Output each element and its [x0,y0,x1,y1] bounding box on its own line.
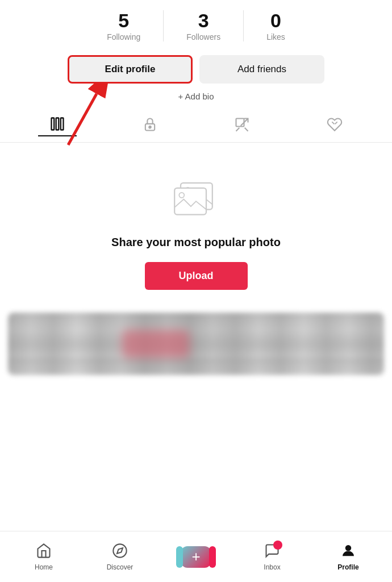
inbox-label: Inbox [264,563,280,571]
blurred-ad-banner [8,313,384,375]
svg-rect-10 [174,188,206,215]
svg-rect-3 [56,118,59,130]
edit-profile-button[interactable]: Edit profile [68,55,193,84]
followers-stat[interactable]: 3 Followers [164,10,244,41]
action-buttons-row: Edit profile Add friends [0,47,392,84]
nav-create[interactable]: + [158,546,234,568]
nav-inbox[interactable]: Inbox [234,543,310,571]
home-icon [36,543,52,561]
likes-count: 0 [270,10,281,31]
svg-point-14 [345,545,351,550]
bottom-navigation: Home Discover + Inbox [0,531,392,582]
inbox-wrapper [264,543,280,561]
discover-icon [112,543,128,561]
tab-grid[interactable] [38,113,77,136]
add-bio-link[interactable]: + Add bio [0,92,392,101]
inbox-notification-badge [273,541,282,550]
nav-profile[interactable]: Profile [310,543,386,571]
nav-discover[interactable]: Discover [82,543,158,571]
tab-lock[interactable] [131,113,169,136]
followers-count: 3 [198,10,209,31]
stats-row: 5 Following 3 Followers 0 Likes [0,0,392,47]
following-label: Following [107,32,140,41]
following-stat[interactable]: 5 Following [84,10,164,41]
svg-marker-13 [117,548,123,554]
likes-stat[interactable]: 0 Likes [244,10,308,41]
profile-icon [340,543,356,561]
tab-liked[interactable] [315,113,354,136]
followers-label: Followers [186,32,220,41]
tab-tag[interactable] [223,113,261,136]
svg-rect-7 [236,119,244,127]
svg-rect-4 [61,118,64,130]
add-friends-button[interactable]: Add friends [199,55,324,84]
empty-state: Share your most popular photo Upload [0,177,392,290]
svg-point-12 [113,544,126,557]
create-button[interactable]: + [181,546,211,568]
upload-button[interactable]: Upload [145,262,248,290]
content-tabs [0,107,392,143]
plus-icon: + [191,548,200,566]
home-label: Home [35,563,53,571]
svg-point-6 [149,126,151,128]
profile-label: Profile [337,563,358,571]
svg-rect-2 [52,118,55,130]
photo-placeholder-icon [170,177,222,225]
discover-label: Discover [107,563,134,571]
following-count: 5 [118,10,129,31]
nav-home[interactable]: Home [6,543,82,571]
likes-label: Likes [266,32,285,41]
empty-title: Share your most popular photo [111,235,281,250]
